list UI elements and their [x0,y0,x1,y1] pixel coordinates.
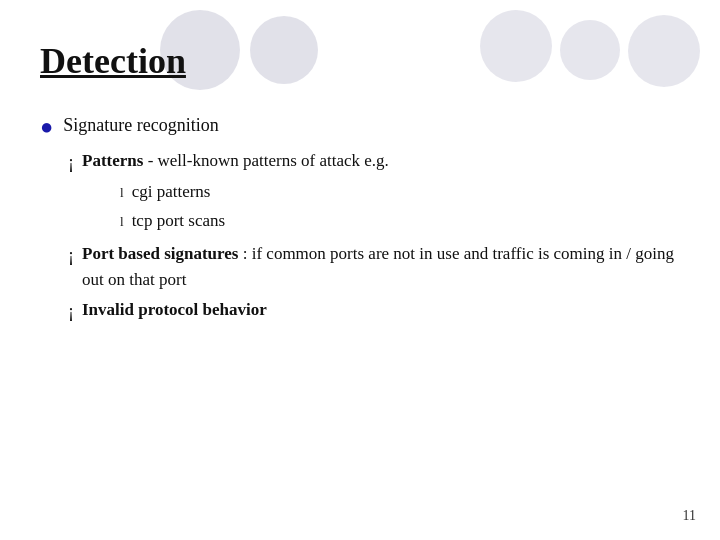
l3-group: l cgi patterns l tcp port scans [120,179,680,235]
l3-cgi: l cgi patterns [120,179,680,205]
l2-patterns-bold: Patterns [82,151,143,170]
l1-bullet-icon: ● [40,110,53,144]
page-number: 11 [683,508,696,524]
slide-title: Detection [40,40,680,82]
l3-tcp-bullet: l [120,212,124,232]
l1-signature: ● Signature recognition [40,112,680,144]
l2-port-bold: Port based signatures [82,244,238,263]
l2-patterns: ¡ Patterns - well-known patterns of atta… [68,148,680,177]
l2-group-patterns: ¡ Patterns - well-known patterns of atta… [68,148,680,326]
l2-patterns-rest: - well-known patterns of attack e.g. [148,151,389,170]
l2-invalid: ¡ Invalid protocol behavior [68,297,680,326]
l3-cgi-text: cgi patterns [132,179,211,205]
l2-port-bullet: ¡ [68,242,74,270]
l2-port: ¡ Port based signatures : if common port… [68,241,680,294]
l2-invalid-bold: Invalid protocol behavior [82,300,267,319]
l2-patterns-bullet: ¡ [68,149,74,177]
slide: Detection ● Signature recognition ¡ Patt… [0,0,720,540]
l2-invalid-text: Invalid protocol behavior [82,297,267,323]
l3-cgi-bullet: l [120,183,124,203]
l1-signature-text: Signature recognition [63,112,218,140]
l3-tcp: l tcp port scans [120,208,680,234]
l2-patterns-text: Patterns - well-known patterns of attack… [82,148,389,174]
l2-invalid-bullet: ¡ [68,298,74,326]
slide-content: ● Signature recognition ¡ Patterns - wel… [40,112,680,326]
l2-port-text: Port based signatures : if common ports … [82,241,680,294]
l3-tcp-text: tcp port scans [132,208,225,234]
